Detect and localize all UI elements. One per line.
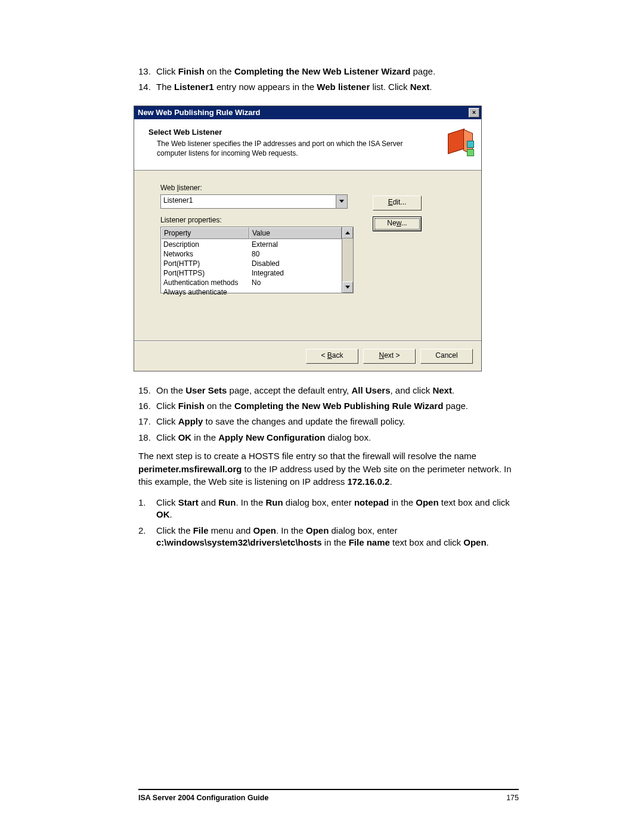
list-item: 17.Click Apply to save the changes and u…	[138, 416, 519, 428]
back-button[interactable]: < Back	[306, 349, 358, 364]
web-listener-label: Web listener:	[160, 184, 457, 192]
list-item: 14.The Listener1 entry now appears in th…	[138, 81, 519, 93]
list-item: 18.Click OK in the Apply New Configurati…	[138, 432, 519, 444]
property-column: DescriptionNetworksPort(HTTP)Port(HTTPS)…	[161, 239, 249, 298]
list-item: 16.Click Finish on the Completing the Ne…	[138, 400, 519, 412]
paragraph-hosts: The next step is to create a HOSTS file …	[138, 450, 519, 488]
step-text: Click Finish on the Completing the New W…	[156, 400, 519, 412]
column-header-value[interactable]: Value	[249, 227, 342, 239]
wizard-dialog: New Web Publishing Rule Wizard × Select …	[134, 106, 482, 371]
edit-button[interactable]: Edit...	[373, 196, 422, 210]
step-text: Click OK in the Apply New Configuration …	[156, 432, 519, 444]
step-number: 1.	[138, 497, 156, 521]
dialog-header: Select Web Listener The Web listener spe…	[134, 119, 481, 171]
page-footer: ISA Server 2004 Configuration Guide 175	[138, 789, 519, 802]
web-listener-combo[interactable]: Listener1	[160, 194, 348, 209]
cancel-button[interactable]: Cancel	[420, 349, 473, 364]
steps-mid: 15.On the User Sets page, accept the def…	[138, 385, 519, 444]
value-column: External80DisabledIntegratedNo	[249, 239, 342, 288]
wizard-icon	[445, 128, 473, 155]
scroll-down-icon[interactable]	[342, 281, 353, 293]
close-icon[interactable]: ×	[469, 108, 479, 117]
column-header-property[interactable]: Property	[161, 227, 249, 239]
titlebar: New Web Publishing Rule Wizard ×	[134, 106, 481, 119]
steps-top: 13.Click Finish on the Completing the Ne…	[138, 66, 519, 94]
step-text: Click Finish on the Completing the New W…	[156, 66, 519, 78]
dialog-footer: < Back Next > Cancel	[134, 341, 481, 371]
page-number: 175	[506, 794, 519, 802]
chevron-down-icon[interactable]	[336, 195, 347, 208]
step-text: Click Start and Run. In the Run dialog b…	[156, 497, 519, 521]
step-number: 15.	[138, 385, 156, 397]
step-text: Click Apply to save the changes and upda…	[156, 416, 519, 428]
dialog-title: New Web Publishing Rule Wizard	[138, 108, 261, 117]
properties-listview[interactable]: Property DescriptionNetworksPort(HTTP)Po…	[160, 227, 354, 293]
footer-title: ISA Server 2004 Configuration Guide	[138, 794, 268, 802]
list-item: 1.Click Start and Run. In the Run dialog…	[138, 497, 519, 521]
step-number: 14.	[138, 81, 156, 93]
step-number: 13.	[138, 66, 156, 78]
scroll-up-icon[interactable]	[342, 227, 353, 239]
header-title: Select Web Listener	[148, 128, 429, 137]
steps-bottom: 1.Click Start and Run. In the Run dialog…	[138, 497, 519, 549]
step-number: 17.	[138, 416, 156, 428]
step-number: 16.	[138, 400, 156, 412]
combo-value: Listener1	[161, 195, 336, 208]
next-button[interactable]: Next >	[363, 349, 416, 364]
list-item: 15.On the User Sets page, accept the def…	[138, 385, 519, 397]
step-number: 18.	[138, 432, 156, 444]
step-text: The Listener1 entry now appears in the W…	[156, 81, 519, 93]
scrollbar[interactable]	[342, 227, 353, 293]
step-text: On the User Sets page, accept the defaul…	[156, 385, 519, 397]
new-button[interactable]: New...	[373, 216, 422, 231]
list-item: 13.Click Finish on the Completing the Ne…	[138, 66, 519, 78]
header-desc: The Web listener specifies the IP addres…	[148, 139, 429, 158]
step-text: Click the File menu and Open. In the Ope…	[156, 525, 519, 549]
step-number: 2.	[138, 525, 156, 549]
list-item: 2.Click the File menu and Open. In the O…	[138, 525, 519, 549]
